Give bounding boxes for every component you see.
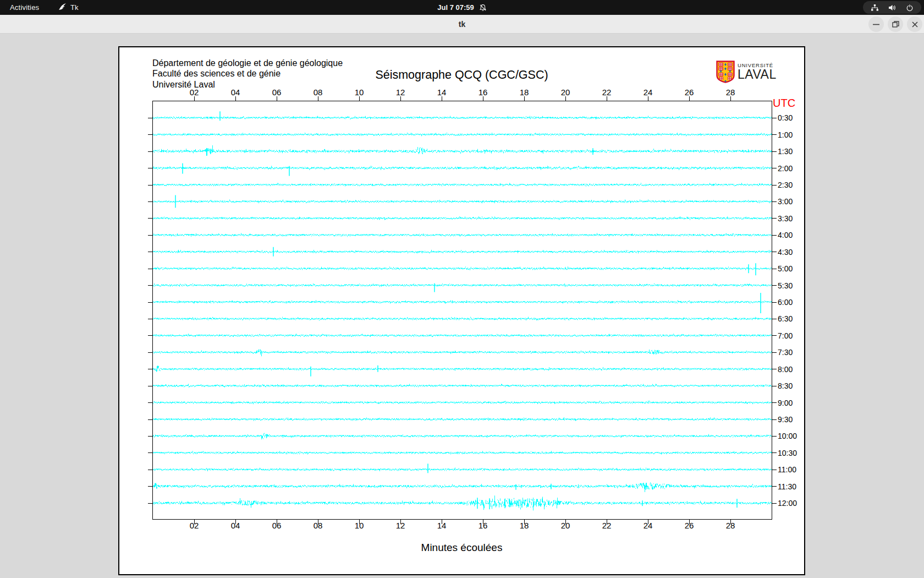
y-time-label: 2:00 (778, 164, 811, 173)
y-tick-mark (148, 386, 152, 386)
y-tick-mark (772, 201, 777, 202)
maximize-button[interactable] (888, 17, 903, 32)
y-tick-mark (148, 486, 152, 487)
x-tick-label: 14 (431, 88, 453, 97)
y-tick-mark (772, 436, 777, 437)
x-tick-label: 06 (266, 521, 288, 530)
x-tick-label: 12 (389, 88, 411, 97)
minimize-button[interactable] (868, 17, 884, 32)
y-tick-mark (148, 335, 152, 336)
x-tick-label: 08 (307, 88, 329, 97)
y-tick-mark (148, 503, 152, 504)
x-tick-label: 08 (307, 521, 329, 530)
y-tick-mark (772, 386, 777, 386)
x-tick-label: 12 (389, 521, 411, 530)
y-tick-mark (772, 185, 777, 186)
x-tick-mark (235, 96, 236, 101)
y-tick-mark (772, 168, 777, 168)
system-status-area[interactable] (863, 1, 921, 14)
y-tick-mark (148, 452, 152, 453)
y-tick-mark (772, 269, 777, 269)
y-time-label: 2:30 (778, 181, 811, 189)
y-time-label: 4:30 (778, 248, 811, 257)
bell-slash-icon (479, 4, 487, 12)
x-tick-label: 18 (513, 88, 535, 97)
x-tick-label: 04 (224, 88, 246, 97)
x-tick-mark (442, 96, 442, 101)
x-tick-label: 24 (637, 521, 659, 530)
y-time-label: 4:00 (778, 231, 811, 239)
x-tick-label: 26 (678, 88, 700, 97)
x-tick-label: 06 (266, 88, 288, 97)
y-tick-mark (148, 436, 152, 437)
power-icon (906, 4, 914, 12)
plot-title: Séismographe QCQ (CGC/GSC) (119, 68, 804, 82)
y-tick-mark (772, 452, 777, 453)
x-tick-label: 16 (472, 88, 494, 97)
y-time-label: 6:00 (778, 298, 811, 307)
x-tick-label: 14 (431, 521, 453, 530)
x-tick-label: 28 (719, 521, 741, 530)
x-tick-label: 24 (637, 88, 659, 97)
x-tick-mark (318, 96, 318, 101)
y-tick-mark (148, 402, 152, 403)
y-tick-mark (772, 369, 777, 369)
laval-shield-icon (716, 61, 735, 83)
y-tick-mark (772, 486, 777, 487)
x-tick-label: 28 (719, 88, 741, 97)
clock-button[interactable]: Jul 7 07:59 (0, 0, 924, 15)
y-tick-mark (148, 470, 152, 470)
y-tick-mark (148, 151, 152, 152)
y-time-label: 0:30 (778, 113, 811, 122)
y-tick-mark (772, 470, 777, 470)
y-tick-mark (772, 319, 777, 319)
x-tick-label: 04 (224, 521, 246, 530)
y-time-label: 3:30 (778, 214, 811, 223)
y-time-label: 12:00 (778, 499, 811, 508)
y-tick-mark (772, 118, 777, 118)
y-tick-mark (772, 352, 777, 353)
y-tick-mark (772, 235, 777, 236)
y-time-label: 7:00 (778, 331, 811, 340)
y-tick-mark (148, 285, 152, 286)
x-tick-mark (359, 96, 360, 101)
volume-icon (888, 4, 897, 12)
x-tick-mark (565, 96, 566, 101)
y-tick-mark (148, 218, 152, 219)
y-time-label: 5:00 (778, 264, 811, 273)
x-tick-label: 10 (348, 88, 370, 97)
y-time-label: 5:30 (778, 281, 811, 290)
x-tick-label: 16 (472, 521, 494, 530)
y-time-label: 9:30 (778, 415, 811, 424)
x-tick-label: 10 (348, 521, 370, 530)
network-icon (871, 4, 879, 12)
close-button[interactable] (907, 17, 922, 32)
x-tick-mark (483, 96, 483, 101)
y-time-label: 9:00 (778, 399, 811, 407)
y-tick-mark (772, 285, 777, 286)
clock-label: Jul 7 07:59 (437, 3, 474, 12)
x-axis-title: Minutes écoulées (119, 542, 804, 554)
seismogram-traces (153, 101, 772, 519)
y-tick-mark (148, 201, 152, 202)
x-tick-label: 22 (596, 88, 618, 97)
laval-wordmark: UNIVERSITÉ LAVAL (738, 63, 777, 81)
y-time-label: 3:00 (778, 197, 811, 206)
x-tick-mark (648, 96, 648, 101)
y-tick-mark (772, 402, 777, 403)
y-tick-mark (772, 302, 777, 303)
y-time-label: 11:30 (778, 482, 811, 491)
institution-line: Département de géologie et de génie géol… (152, 58, 343, 68)
y-tick-mark (148, 252, 152, 252)
y-tick-mark (148, 319, 152, 319)
y-tick-mark (148, 302, 152, 303)
window-title: tk (0, 15, 924, 33)
y-tick-mark (772, 503, 777, 504)
y-tick-mark (148, 134, 152, 135)
utc-label: UTC (773, 97, 795, 110)
y-tick-mark (148, 269, 152, 269)
y-tick-mark (772, 252, 777, 252)
y-tick-mark (772, 419, 777, 420)
y-time-label: 1:00 (778, 130, 811, 139)
y-tick-mark (772, 134, 777, 135)
